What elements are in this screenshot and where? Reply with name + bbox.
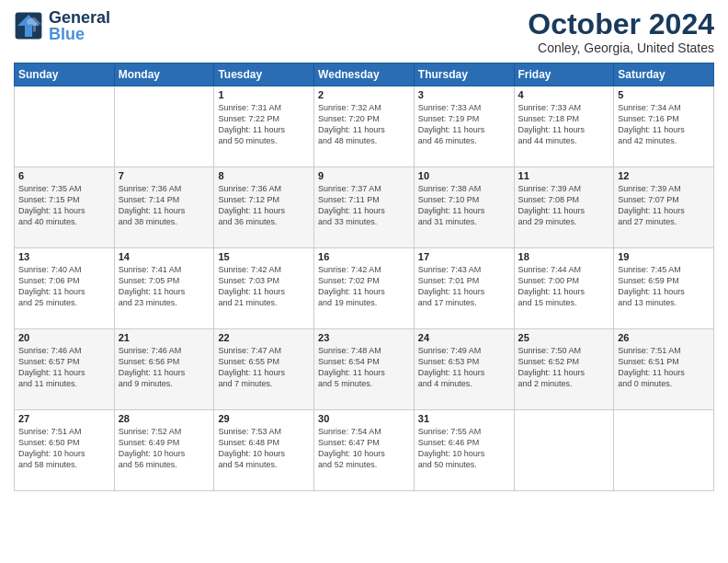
calendar-cell: 4Sunrise: 7:33 AMSunset: 7:18 PMDaylight… (514, 86, 614, 167)
day-info: Sunrise: 7:45 AMSunset: 6:59 PMDaylight:… (618, 264, 710, 309)
month-title: October 2024 (528, 9, 714, 39)
day-header-friday: Friday (514, 63, 614, 86)
calendar-cell: 26Sunrise: 7:51 AMSunset: 6:51 PMDayligh… (614, 329, 714, 410)
week-row-2: 13Sunrise: 7:40 AMSunset: 7:06 PMDayligh… (15, 248, 714, 329)
day-number: 24 (418, 332, 510, 343)
title-block: October 2024 Conley, Georgia, United Sta… (528, 9, 714, 55)
day-info: Sunrise: 7:34 AMSunset: 7:16 PMDaylight:… (618, 102, 710, 147)
day-number: 19 (618, 251, 710, 262)
location: Conley, Georgia, United States (528, 40, 714, 55)
day-number: 4 (518, 89, 610, 100)
calendar-cell: 1Sunrise: 7:31 AMSunset: 7:22 PMDaylight… (214, 86, 314, 167)
logo: General Blue (14, 9, 110, 42)
day-number: 1 (218, 89, 310, 100)
calendar-cell (514, 410, 614, 491)
day-info: Sunrise: 7:52 AMSunset: 6:49 PMDaylight:… (119, 426, 210, 471)
calendar-cell (15, 86, 115, 167)
day-info: Sunrise: 7:38 AMSunset: 7:10 PMDaylight:… (418, 183, 510, 228)
day-number: 16 (318, 251, 410, 262)
day-info: Sunrise: 7:54 AMSunset: 6:47 PMDaylight:… (318, 426, 410, 471)
calendar-cell: 7Sunrise: 7:36 AMSunset: 7:14 PMDaylight… (114, 167, 214, 248)
day-info: Sunrise: 7:43 AMSunset: 7:01 PMDaylight:… (418, 264, 510, 309)
week-row-0: 1Sunrise: 7:31 AMSunset: 7:22 PMDaylight… (15, 86, 714, 167)
day-number: 29 (218, 413, 310, 424)
day-info: Sunrise: 7:46 AMSunset: 6:57 PMDaylight:… (18, 345, 110, 390)
day-number: 11 (518, 170, 610, 181)
day-info: Sunrise: 7:44 AMSunset: 7:00 PMDaylight:… (518, 264, 610, 309)
day-info: Sunrise: 7:53 AMSunset: 6:48 PMDaylight:… (218, 426, 310, 471)
day-number: 13 (18, 251, 110, 262)
calendar-cell: 30Sunrise: 7:54 AMSunset: 6:47 PMDayligh… (314, 410, 415, 491)
calendar-cell: 14Sunrise: 7:41 AMSunset: 7:05 PMDayligh… (114, 248, 214, 329)
calendar-cell: 3Sunrise: 7:33 AMSunset: 7:19 PMDaylight… (414, 86, 514, 167)
day-number: 15 (218, 251, 310, 262)
day-info: Sunrise: 7:48 AMSunset: 6:54 PMDaylight:… (318, 345, 410, 390)
calendar-cell: 21Sunrise: 7:46 AMSunset: 6:56 PMDayligh… (114, 329, 214, 410)
calendar-cell: 27Sunrise: 7:51 AMSunset: 6:50 PMDayligh… (15, 410, 115, 491)
header-row: SundayMondayTuesdayWednesdayThursdayFrid… (15, 63, 714, 86)
page: General Blue October 2024 Conley, Georgi… (0, 0, 728, 563)
week-row-3: 20Sunrise: 7:46 AMSunset: 6:57 PMDayligh… (15, 329, 714, 410)
calendar-cell: 19Sunrise: 7:45 AMSunset: 6:59 PMDayligh… (614, 248, 714, 329)
logo-text: General Blue (49, 9, 110, 42)
day-header-sunday: Sunday (15, 63, 115, 86)
day-info: Sunrise: 7:51 AMSunset: 6:51 PMDaylight:… (618, 345, 710, 390)
calendar-cell: 11Sunrise: 7:39 AMSunset: 7:08 PMDayligh… (514, 167, 614, 248)
calendar-cell: 8Sunrise: 7:36 AMSunset: 7:12 PMDaylight… (214, 167, 314, 248)
calendar-cell: 18Sunrise: 7:44 AMSunset: 7:00 PMDayligh… (514, 248, 614, 329)
day-number: 3 (418, 89, 510, 100)
calendar-cell: 28Sunrise: 7:52 AMSunset: 6:49 PMDayligh… (114, 410, 214, 491)
calendar-cell: 2Sunrise: 7:32 AMSunset: 7:20 PMDaylight… (314, 86, 415, 167)
day-number: 8 (218, 170, 310, 181)
day-info: Sunrise: 7:35 AMSunset: 7:15 PMDaylight:… (18, 183, 110, 228)
day-info: Sunrise: 7:40 AMSunset: 7:06 PMDaylight:… (18, 264, 110, 309)
day-header-tuesday: Tuesday (214, 63, 314, 86)
day-info: Sunrise: 7:32 AMSunset: 7:20 PMDaylight:… (318, 102, 410, 147)
day-number: 21 (119, 332, 210, 343)
calendar-cell: 9Sunrise: 7:37 AMSunset: 7:11 PMDaylight… (314, 167, 415, 248)
day-number: 23 (318, 332, 410, 343)
day-number: 6 (18, 170, 110, 181)
day-number: 10 (418, 170, 510, 181)
logo-icon (14, 11, 43, 40)
calendar-cell: 5Sunrise: 7:34 AMSunset: 7:16 PMDaylight… (614, 86, 714, 167)
calendar-table: SundayMondayTuesdayWednesdayThursdayFrid… (14, 63, 714, 491)
calendar-cell: 10Sunrise: 7:38 AMSunset: 7:10 PMDayligh… (414, 167, 514, 248)
day-info: Sunrise: 7:42 AMSunset: 7:02 PMDaylight:… (318, 264, 410, 309)
calendar-cell: 25Sunrise: 7:50 AMSunset: 6:52 PMDayligh… (514, 329, 614, 410)
calendar-cell (114, 86, 214, 167)
day-number: 31 (418, 413, 510, 424)
calendar-cell: 24Sunrise: 7:49 AMSunset: 6:53 PMDayligh… (414, 329, 514, 410)
day-info: Sunrise: 7:41 AMSunset: 7:05 PMDaylight:… (119, 264, 210, 309)
day-header-thursday: Thursday (414, 63, 514, 86)
calendar-header: SundayMondayTuesdayWednesdayThursdayFrid… (15, 63, 714, 86)
day-number: 27 (18, 413, 110, 424)
week-row-1: 6Sunrise: 7:35 AMSunset: 7:15 PMDaylight… (15, 167, 714, 248)
day-info: Sunrise: 7:33 AMSunset: 7:19 PMDaylight:… (418, 102, 510, 147)
day-info: Sunrise: 7:39 AMSunset: 7:07 PMDaylight:… (618, 183, 710, 228)
day-number: 22 (218, 332, 310, 343)
day-number: 5 (618, 89, 710, 100)
calendar-cell: 6Sunrise: 7:35 AMSunset: 7:15 PMDaylight… (15, 167, 115, 248)
day-info: Sunrise: 7:46 AMSunset: 6:56 PMDaylight:… (119, 345, 210, 390)
calendar-cell: 22Sunrise: 7:47 AMSunset: 6:55 PMDayligh… (214, 329, 314, 410)
calendar-cell (614, 410, 714, 491)
day-number: 26 (618, 332, 710, 343)
day-number: 18 (518, 251, 610, 262)
day-number: 30 (318, 413, 410, 424)
day-number: 28 (119, 413, 210, 424)
day-info: Sunrise: 7:51 AMSunset: 6:50 PMDaylight:… (18, 426, 110, 471)
calendar-cell: 31Sunrise: 7:55 AMSunset: 6:46 PMDayligh… (414, 410, 514, 491)
day-info: Sunrise: 7:37 AMSunset: 7:11 PMDaylight:… (318, 183, 410, 228)
calendar-cell: 17Sunrise: 7:43 AMSunset: 7:01 PMDayligh… (414, 248, 514, 329)
day-info: Sunrise: 7:39 AMSunset: 7:08 PMDaylight:… (518, 183, 610, 228)
day-info: Sunrise: 7:33 AMSunset: 7:18 PMDaylight:… (518, 102, 610, 147)
day-info: Sunrise: 7:36 AMSunset: 7:12 PMDaylight:… (218, 183, 310, 228)
day-info: Sunrise: 7:31 AMSunset: 7:22 PMDaylight:… (218, 102, 310, 147)
day-info: Sunrise: 7:36 AMSunset: 7:14 PMDaylight:… (119, 183, 210, 228)
day-info: Sunrise: 7:49 AMSunset: 6:53 PMDaylight:… (418, 345, 510, 390)
day-number: 14 (119, 251, 210, 262)
day-info: Sunrise: 7:47 AMSunset: 6:55 PMDaylight:… (218, 345, 310, 390)
day-number: 20 (18, 332, 110, 343)
day-number: 17 (418, 251, 510, 262)
